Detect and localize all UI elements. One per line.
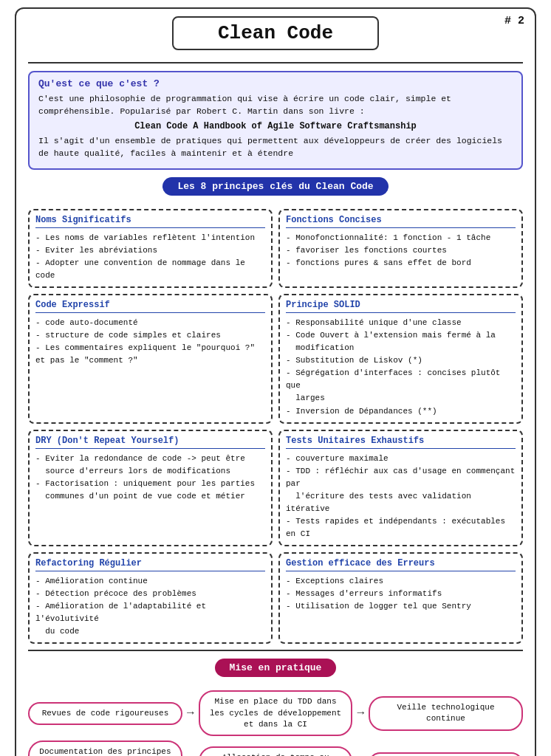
principles-header: Les 8 principes clés du Clean Code [162, 177, 388, 196]
practice-flow: Revues de code rigoureuses→Mise en place… [28, 690, 523, 756]
arrow-0-2: → [355, 707, 366, 720]
principle-body-3: - Responsabilité unique d'une classe - C… [286, 317, 516, 417]
principle-body-7: - Exceptions claires - Messages d'erreur… [286, 575, 516, 613]
divider-mid [28, 650, 523, 651]
principle-card-5: Tests Unitaires Exhaustifs- couverture m… [278, 430, 523, 546]
practice-left-1: Documentation des principes de Clean Cod… [28, 740, 182, 756]
what-paragraph1: C'est une philosophie de programmation q… [38, 92, 513, 118]
practice-row-1: Documentation des principes de Clean Cod… [28, 740, 523, 756]
principle-title-2: Code Expressif [35, 300, 265, 313]
principle-body-4: - Eviter la redondance de code -> peut ê… [35, 453, 265, 503]
principle-body-2: - code auto-documenté - structure de cod… [35, 317, 265, 367]
what-paragraph2: Il s'agit d'un ensemble de pratiques qui… [38, 134, 513, 160]
practice-right-0: Veille technologique continue [369, 696, 523, 731]
principles-grid: Noms Significatifs- Les noms de variable… [28, 209, 523, 644]
divider-top [28, 62, 523, 63]
principle-title-0: Noms Significatifs [35, 215, 265, 228]
practice-center-0: Mise en place du TDD dans les cycles de … [199, 690, 353, 736]
main-title: Clean Code [172, 16, 379, 50]
principle-card-6: Refactoring Régulier- Amélioration conti… [28, 552, 273, 644]
principle-card-7: Gestion efficace des Erreurs- Exceptions… [278, 552, 523, 644]
page-number: # 2 [504, 15, 524, 27]
principle-card-0: Noms Significatifs- Les noms de variable… [28, 209, 273, 288]
what-title: Qu'est ce que c'est ? [38, 78, 513, 89]
principle-title-1: Fonctions Concises [286, 215, 516, 228]
what-book: Clean Code A Handbook of Agile Software … [38, 121, 513, 131]
principle-title-3: Principe SOLID [286, 300, 516, 313]
principle-card-4: DRY (Don't Repeat Yourself)- Eviter la r… [28, 430, 273, 546]
principle-body-1: - Monofonctionnalité: 1 fonction - 1 tâc… [286, 232, 516, 269]
principle-title-5: Tests Unitaires Exhaustifs [286, 436, 516, 449]
principle-title-4: DRY (Don't Repeat Yourself) [35, 436, 265, 449]
arrow-0-1: → [185, 707, 196, 720]
principle-card-3: Principe SOLID- Responsabilité unique d'… [278, 294, 523, 423]
practice-row-0: Revues de code rigoureuses→Mise en place… [28, 690, 523, 736]
practice-header: Mise en pratique [215, 659, 337, 677]
principle-body-5: - couverture maximale - TDD : réfléchir … [286, 453, 516, 540]
page-wrapper: # 2 Clean Code Qu'est ce que c'est ? C'e… [15, 7, 536, 756]
principle-body-6: - Amélioration continue - Détection préc… [35, 575, 265, 638]
practice-right-1: Session de partage [369, 752, 523, 756]
principle-title-7: Gestion efficace des Erreurs [286, 558, 516, 571]
principle-body-0: - Les noms de variables reflètent l'inte… [35, 232, 265, 282]
practice-center-1: Allocation de temps au refactoring [199, 746, 353, 756]
principle-card-2: Code Expressif- code auto-documenté - st… [28, 294, 273, 423]
practice-left-0: Revues de code rigoureuses [28, 702, 182, 725]
what-is-it-box: Qu'est ce que c'est ? C'est une philosop… [28, 71, 523, 170]
principle-card-1: Fonctions Concises- Monofonctionnalité: … [278, 209, 523, 288]
principle-title-6: Refactoring Régulier [35, 558, 265, 571]
